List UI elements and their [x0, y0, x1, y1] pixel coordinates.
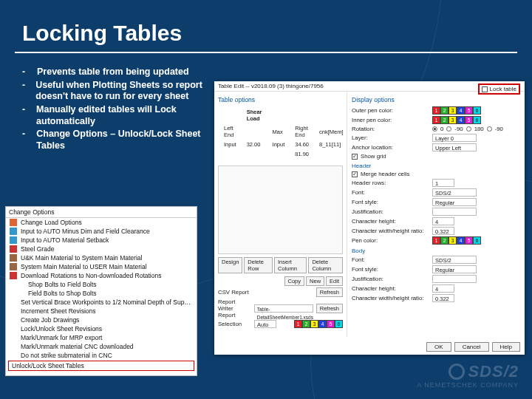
rotation-radio[interactable] — [466, 126, 471, 132]
menu-item[interactable]: Mark/Unmark material CNC downloaded — [6, 342, 197, 351]
char-ratio-input[interactable]: 0.322 — [432, 227, 454, 235]
option-icon — [10, 263, 17, 270]
menu-item[interactable]: Steel Grade — [6, 245, 197, 253]
font-select[interactable]: SDS/2 — [432, 188, 477, 197]
table-editor-area[interactable] — [218, 166, 343, 254]
menu-item[interactable]: Create Job Drawings — [6, 316, 197, 324]
body-char-ratio-input[interactable]: 0.322 — [432, 294, 454, 302]
menu-item[interactable]: Download Rotations to Non-downloaded Rot… — [6, 271, 197, 280]
refresh-button[interactable]: Refresh — [316, 304, 343, 313]
report-writer-field[interactable]: Table-DetailSheetMember1.xsds — [254, 304, 313, 313]
body-char-height-input[interactable]: 4 — [432, 284, 454, 293]
selection-field[interactable]: Auto — [254, 320, 276, 328]
options-table: Shear Load Left EndMaxRight Endcnk[Mem] … — [218, 106, 349, 160]
gear-icon — [449, 364, 465, 380]
merge-header-checkbox[interactable]: ✓ — [352, 171, 358, 177]
option-icon — [10, 254, 17, 262]
rotation-radio[interactable] — [446, 126, 451, 132]
menu-item[interactable]: Mark/Unmark for MRP export — [6, 333, 197, 342]
new-button[interactable]: New — [306, 276, 324, 286]
menu-item-highlighted[interactable]: Unlock/Lock Sheet Tables — [8, 361, 194, 371]
menu-item[interactable]: Shop Bolts to Field Bolts — [6, 280, 197, 289]
delete-row-button[interactable]: Delete Row — [244, 257, 273, 273]
delete-column-button[interactable]: Delete Column — [308, 257, 343, 273]
table-edit-dialog: Table Edit -- v2018.09 (3) thingone/7956… — [214, 81, 525, 355]
rotation-radio[interactable] — [487, 126, 492, 132]
body-section: Body — [352, 248, 520, 254]
anchor-select[interactable]: Upper Left — [432, 143, 477, 151]
inner-pen-swatches[interactable]: 123456 — [432, 116, 481, 124]
header-section: Header — [352, 163, 520, 169]
pen-color-swatches[interactable]: 123456 — [432, 236, 481, 245]
copy-button[interactable]: Copy — [284, 276, 305, 286]
option-icon — [10, 272, 17, 279]
menu-item[interactable]: System Main Material to USER Main Materi… — [6, 262, 197, 271]
cancel-button[interactable]: Cancel — [454, 342, 489, 352]
option-icon — [10, 228, 17, 235]
font-style-select[interactable]: Regular — [432, 198, 477, 206]
refresh-button[interactable]: Refresh — [316, 287, 343, 297]
menu-item[interactable]: Input to AUTO Minus Dim and Field Cleara… — [6, 227, 197, 236]
design-button[interactable]: Design — [218, 257, 242, 273]
body-font-select[interactable]: SDS/2 — [432, 256, 477, 264]
brand-watermark: SDS/2 A NEMETSCHEK COMPANY — [417, 362, 519, 389]
menu-item[interactable]: U&K Main Material to System Main Materia… — [6, 253, 197, 262]
change-options-panel: Change Options Change Load Options Input… — [6, 207, 197, 375]
selection-swatches[interactable]: 123456 — [294, 320, 343, 328]
rotation-radio[interactable] — [432, 126, 437, 132]
edit-button[interactable]: Edit — [326, 276, 343, 286]
menu-item[interactable]: Lock/Unlock Sheet Revisions — [6, 324, 197, 333]
section-display-options: Display options — [352, 96, 520, 103]
body-font-style-select[interactable]: Regular — [432, 265, 477, 273]
option-icon — [10, 219, 17, 226]
menu-item[interactable]: Change Load Options — [6, 218, 197, 227]
insert-column-button[interactable]: Insert Column — [274, 257, 307, 273]
menu-item[interactable]: Set Vertical Brace Workpoints to 1/2 Nom… — [6, 298, 197, 307]
help-button[interactable]: Help — [492, 342, 520, 352]
layer-select[interactable]: Layer 0 — [432, 134, 477, 142]
menu-item[interactable]: Increment Sheet Revisions — [6, 307, 197, 316]
menu-item[interactable]: Field Bolts to Shop Bolts — [6, 289, 197, 298]
change-options-header: Change Options — [6, 207, 197, 218]
option-icon — [10, 245, 17, 253]
ok-button[interactable]: OK — [426, 342, 451, 352]
menu-item[interactable]: Do not strike submaterial in CNC — [6, 351, 197, 360]
show-grid-checkbox[interactable]: ✓ — [352, 154, 358, 160]
section-table-options: Table options — [218, 96, 343, 103]
menu-item[interactable]: Input to AUTO Material Setback — [6, 236, 197, 245]
option-icon — [10, 236, 17, 244]
body-justification-select[interactable] — [432, 275, 477, 283]
char-height-input[interactable]: 4 — [432, 217, 454, 225]
header-rows-input[interactable]: 1 — [432, 179, 454, 187]
outer-pen-swatches[interactable]: 123456 — [432, 106, 481, 115]
justification-select[interactable] — [432, 208, 477, 216]
